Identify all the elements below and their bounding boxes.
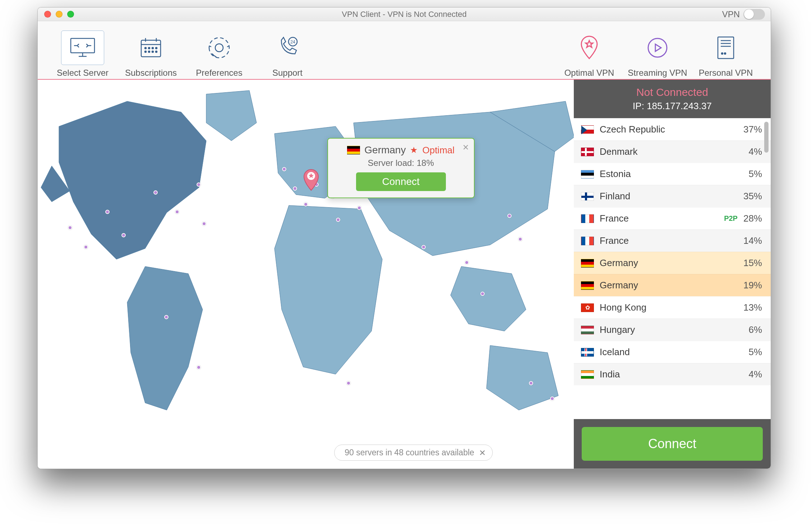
window-controls bbox=[38, 11, 74, 18]
close-window-button[interactable] bbox=[44, 11, 51, 18]
server-row[interactable]: Hungary6% bbox=[574, 319, 771, 341]
window-title: VPN Client - VPN is Not Connected bbox=[38, 10, 771, 19]
flag-icon bbox=[581, 192, 594, 201]
maximize-window-button[interactable] bbox=[67, 11, 74, 18]
server-marker[interactable] bbox=[550, 396, 554, 401]
titlebar: VPN Client - VPN is Not Connected VPN bbox=[38, 8, 771, 21]
svg-text:24: 24 bbox=[290, 40, 295, 45]
server-marker[interactable] bbox=[293, 186, 297, 191]
server-marker[interactable] bbox=[68, 226, 72, 230]
server-name: France bbox=[600, 235, 743, 246]
toolbar-label: Streaming VPN bbox=[628, 68, 687, 78]
toolbar-select-server[interactable]: Select Server bbox=[49, 24, 117, 78]
server-load: 4% bbox=[748, 369, 762, 380]
server-name: Finland bbox=[600, 191, 743, 202]
server-marker[interactable] bbox=[507, 214, 512, 218]
svg-point-10 bbox=[156, 47, 157, 49]
server-marker[interactable] bbox=[346, 381, 351, 385]
server-marker[interactable] bbox=[197, 182, 201, 187]
server-marker[interactable] bbox=[480, 292, 485, 296]
server-marker[interactable] bbox=[84, 245, 88, 249]
server-row[interactable]: Iceland5% bbox=[574, 341, 771, 363]
tooltip-country: Germany bbox=[364, 144, 406, 156]
servers-status-pill[interactable]: 90 servers in 48 countries available ✕ bbox=[334, 445, 493, 461]
server-marker[interactable] bbox=[357, 206, 361, 210]
tooltip-connect-button[interactable]: Connect bbox=[356, 172, 446, 191]
close-icon[interactable]: ✕ bbox=[462, 143, 469, 152]
star-icon: ★ bbox=[410, 145, 418, 155]
server-row[interactable]: Estonia5% bbox=[574, 163, 771, 185]
flag-icon bbox=[581, 148, 594, 156]
server-row[interactable]: Germany19% bbox=[574, 274, 771, 296]
server-row[interactable]: Hong Kong13% bbox=[574, 296, 771, 319]
server-row[interactable]: France14% bbox=[574, 229, 771, 252]
toolbar-support[interactable]: 24 Support bbox=[253, 24, 322, 78]
ip-display: IP: 185.177.243.37 bbox=[574, 101, 771, 112]
server-marker[interactable] bbox=[121, 233, 126, 237]
flag-icon bbox=[581, 170, 594, 178]
server-marker[interactable] bbox=[153, 190, 158, 195]
svg-point-11 bbox=[145, 51, 146, 52]
server-load: 37% bbox=[743, 124, 762, 135]
server-marker[interactable] bbox=[175, 210, 179, 214]
server-marker[interactable] bbox=[518, 237, 522, 241]
calendar-icon bbox=[129, 31, 172, 65]
svg-point-13 bbox=[152, 51, 153, 52]
close-icon[interactable]: ✕ bbox=[479, 448, 486, 457]
server-row[interactable]: Germany15% bbox=[574, 252, 771, 274]
toolbar-label: Preferences bbox=[196, 68, 242, 78]
toolbar-preferences[interactable]: Preferences bbox=[185, 24, 253, 78]
scrollbar-thumb[interactable] bbox=[764, 122, 769, 153]
flag-icon bbox=[581, 237, 594, 245]
toolbar-label: Support bbox=[272, 68, 303, 78]
minimize-window-button[interactable] bbox=[56, 11, 63, 18]
servers-status-text: 90 servers in 48 countries available bbox=[345, 448, 474, 457]
server-marker[interactable] bbox=[465, 260, 469, 265]
server-marker[interactable] bbox=[282, 167, 286, 171]
server-row[interactable]: FranceP2P28% bbox=[574, 207, 771, 229]
toolbar-optimal-vpn[interactable]: Optimal VPN bbox=[555, 24, 623, 78]
vpn-toggle[interactable] bbox=[743, 9, 765, 20]
server-name: India bbox=[600, 369, 748, 380]
flag-icon bbox=[581, 348, 594, 357]
server-marker[interactable] bbox=[197, 365, 201, 370]
support-phone-icon: 24 bbox=[266, 31, 309, 65]
connect-button[interactable]: Connect bbox=[582, 427, 763, 461]
vpn-toggle-container: VPN bbox=[722, 9, 765, 20]
server-marker[interactable] bbox=[529, 381, 533, 385]
server-marker[interactable] bbox=[164, 315, 169, 319]
server-name: Germany bbox=[600, 280, 743, 291]
svg-point-7 bbox=[145, 47, 146, 49]
server-marker[interactable] bbox=[421, 245, 426, 249]
world-map[interactable]: ✕ Germany ★ Optimal Server load: 18% Con… bbox=[38, 80, 574, 469]
server-name: Hong Kong bbox=[600, 302, 743, 313]
toolbar-personal-vpn[interactable]: Personal VPN bbox=[692, 24, 760, 78]
toolbar-subscriptions[interactable]: Subscriptions bbox=[117, 24, 185, 78]
server-name: Hungary bbox=[600, 324, 748, 335]
sidebar-header: Not Connected IP: 185.177.243.37 bbox=[574, 80, 771, 118]
server-tooltip: ✕ Germany ★ Optimal Server load: 18% Con… bbox=[327, 138, 475, 198]
tooltip-optimal-label: Optimal bbox=[422, 145, 455, 156]
sidebar: Not Connected IP: 185.177.243.37 Czech R… bbox=[574, 80, 771, 469]
server-marker[interactable] bbox=[336, 218, 340, 222]
selected-server-pin[interactable] bbox=[303, 168, 320, 192]
server-marker[interactable] bbox=[304, 202, 308, 206]
svg-point-15 bbox=[215, 44, 223, 52]
server-row[interactable]: Denmark4% bbox=[574, 140, 771, 163]
server-load: 14% bbox=[743, 235, 762, 246]
toolbar-label: Subscriptions bbox=[125, 68, 177, 78]
server-list[interactable]: Czech Republic37%Denmark4%Estonia5%Finla… bbox=[574, 118, 771, 419]
server-row[interactable]: Finland35% bbox=[574, 185, 771, 207]
svg-point-9 bbox=[152, 47, 153, 49]
server-load: 19% bbox=[743, 280, 762, 291]
flag-icon bbox=[581, 214, 594, 223]
server-row[interactable]: Czech Republic37% bbox=[574, 118, 771, 140]
server-marker[interactable] bbox=[202, 222, 206, 226]
toolbar-streaming-vpn[interactable]: Streaming VPN bbox=[623, 24, 692, 78]
server-marker[interactable] bbox=[105, 210, 110, 214]
toolbar: Select Server Subscriptions bbox=[38, 21, 771, 80]
server-row[interactable]: India4% bbox=[574, 363, 771, 385]
server-name: Denmark bbox=[600, 146, 748, 157]
svg-point-12 bbox=[148, 51, 150, 52]
server-load: 15% bbox=[743, 257, 762, 269]
